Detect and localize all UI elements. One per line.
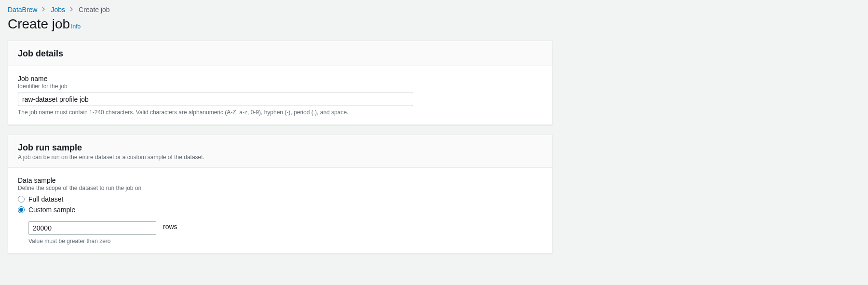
info-link[interactable]: Info	[71, 23, 81, 30]
radio-icon	[18, 206, 25, 213]
data-sample-help: Define the scope of the dataset to run t…	[18, 185, 542, 191]
job-name-help: Identifier for the job	[18, 83, 542, 90]
job-run-sample-panel: Job run sample A job can be run on the e…	[8, 135, 553, 254]
data-sample-label: Data sample	[18, 176, 542, 184]
radio-custom-sample[interactable]: Custom sample	[18, 206, 542, 214]
job-details-heading: Job details	[18, 49, 542, 59]
page-title: Create job	[8, 16, 70, 32]
job-run-sample-sub: A job can be run on the entire dataset o…	[18, 154, 542, 161]
data-sample-radio-group: Full dataset Custom sample	[18, 195, 542, 214]
job-details-panel: Job details Job name Identifier for the …	[8, 41, 553, 125]
page-title-row: Create job Info	[8, 16, 860, 32]
job-details-header: Job details	[8, 41, 552, 66]
custom-sample-constraint: Value must be greater than zero	[28, 238, 542, 244]
custom-sample-row: rows	[28, 218, 542, 235]
job-name-input[interactable]	[18, 93, 413, 106]
chevron-right-icon	[42, 6, 46, 13]
job-run-sample-body: Data sample Define the scope of the data…	[8, 168, 552, 253]
rows-label: rows	[163, 223, 177, 231]
job-run-sample-heading: Job run sample	[18, 143, 542, 153]
radio-icon	[18, 196, 25, 203]
radio-full-dataset-label: Full dataset	[28, 195, 63, 203]
breadcrumb-current: Create job	[79, 6, 110, 14]
job-run-sample-header: Job run sample A job can be run on the e…	[8, 135, 552, 168]
custom-sample-input[interactable]	[28, 221, 156, 235]
radio-full-dataset[interactable]: Full dataset	[18, 195, 542, 203]
breadcrumb-jobs[interactable]: Jobs	[51, 6, 65, 14]
breadcrumb-root[interactable]: DataBrew	[8, 6, 37, 14]
job-details-body: Job name Identifier for the job The job …	[8, 66, 552, 124]
job-name-constraint: The job name must contain 1-240 characte…	[18, 109, 542, 116]
job-name-label: Job name	[18, 75, 542, 82]
chevron-right-icon	[70, 6, 74, 13]
radio-custom-sample-label: Custom sample	[28, 206, 75, 214]
breadcrumb: DataBrew Jobs Create job	[8, 6, 860, 14]
